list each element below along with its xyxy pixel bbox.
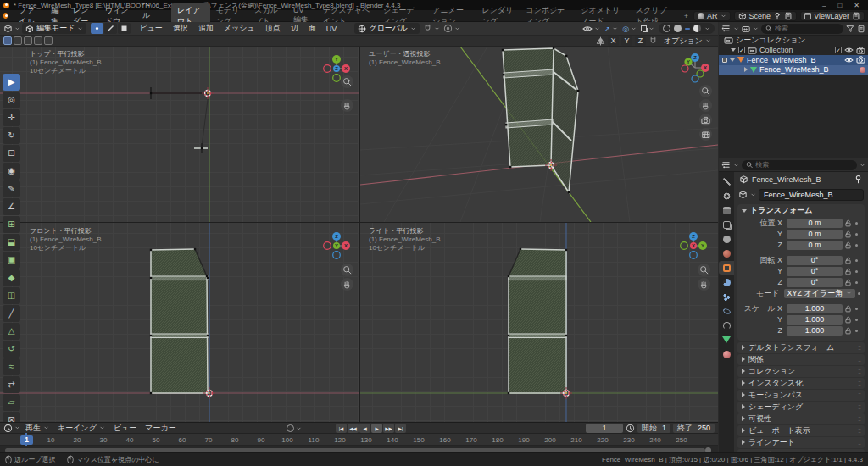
pan-button[interactable] [698,278,710,291]
add-workspace-button[interactable]: + [679,12,693,20]
pan-button[interactable] [341,278,353,291]
tab-tool[interactable] [719,175,734,188]
viewport-menu[interactable]: 追加 [194,23,218,34]
value-field[interactable]: 1.000 [787,326,843,336]
collapsed-panel[interactable]: 可視性 :: [737,413,865,424]
select-invert-mode-button[interactable] [34,36,42,45]
playback-menu[interactable]: 再生 [22,423,53,434]
keying-menu[interactable]: キーイング [54,423,108,434]
viewport-menu[interactable]: 辺 [287,23,303,34]
transform-panel-header[interactable]: トランスフォーム [737,204,865,217]
tab-view-layer[interactable] [719,218,734,231]
value-field[interactable]: 0 m [787,219,843,228]
value-field[interactable]: 1.000 [787,315,843,325]
render-camera-icon[interactable] [856,56,865,64]
tool-smooth[interactable]: ≈ [3,358,20,375]
animate-dot[interactable] [858,292,860,295]
scene-selector[interactable]: Scene [734,11,798,21]
tab-modifiers[interactable] [719,275,734,289]
tab-object[interactable] [719,261,734,275]
viewport-menu[interactable]: 頂点 [261,23,285,34]
collapsed-panel[interactable]: シェーディング :: [737,402,865,413]
playback-button[interactable]: ◀ [359,424,370,433]
tab-particles[interactable] [719,290,734,303]
current-frame-field[interactable]: 1 [586,424,623,433]
value-field[interactable]: 0° [787,278,843,287]
properties-editor-icon[interactable] [721,160,731,169]
timeline-ruler[interactable]: 1102030405060708090100110120130140150160… [0,434,718,446]
animate-dot[interactable] [855,222,858,225]
tool-annotate[interactable]: ✎ [3,180,20,197]
mesh-right-wireframe[interactable] [508,248,567,394]
animate-dot[interactable] [855,244,858,247]
outliner-search[interactable] [761,24,843,34]
lock-button[interactable] [843,241,853,249]
editor-type-selector[interactable] [3,24,20,33]
viewport-top[interactable]: トップ・平行投影 (1) Fence_WireMesh_B 10センチメートル … [0,47,359,222]
collapsed-panel[interactable]: インスタンス化 :: [737,378,865,389]
tab-render[interactable] [719,189,734,202]
tool-inset-faces[interactable]: ▣ [3,252,20,269]
collapsed-panel[interactable]: ラインアート :: [737,437,865,448]
solid-shading-button[interactable] [674,25,682,32]
view-menu[interactable]: ビュー [110,423,140,434]
collection-checkbox[interactable]: ✓ [738,47,745,53]
mirror-y-button[interactable]: Y [621,36,632,46]
outliner-row-scene-collection[interactable]: シーンコレクション [719,36,868,46]
viewport-menu[interactable]: メッシュ [220,23,259,34]
mode-selector[interactable]: 編集モード [22,23,86,34]
animate-dot[interactable] [855,259,858,262]
blender-menu-icon[interactable] [3,13,8,19]
auto-keying-toggle[interactable] [287,424,302,432]
tool-transform[interactable]: ◉ [3,163,20,180]
properties-search[interactable] [742,160,857,170]
pin-icon[interactable] [773,12,782,20]
transform-orientation-selector[interactable]: グローバル [354,23,420,34]
expand-icon[interactable] [730,58,735,62]
outliner-editor-icon[interactable] [721,24,731,33]
show-gizmos-dropdown[interactable]: ↗ [604,25,619,33]
select-intersect-mode-button[interactable] [44,36,53,45]
material-preview-button[interactable] [685,28,690,30]
properties-search-input[interactable] [755,161,853,169]
tool-rip-region[interactable]: ⊠ [3,412,20,422]
tool-shear[interactable]: ▱ [3,394,20,411]
hide-eye-icon[interactable] [844,57,854,64]
zoom-button[interactable] [698,264,710,276]
tab-world[interactable] [719,247,734,260]
collapsed-panel[interactable]: コレクション :: [737,366,865,377]
tool-cursor[interactable]: ◎ [3,92,20,108]
perspective-toggle-button[interactable] [699,128,712,141]
viewport-front-canvas[interactable] [0,223,359,422]
tool-rotate[interactable]: ↻ [3,127,20,144]
lock-button[interactable] [843,327,853,335]
display-mode-icon[interactable] [742,25,750,33]
viewport-menu[interactable]: ビュー [135,23,166,34]
playback-button[interactable]: |◀ [336,424,347,433]
collapsed-panel[interactable]: 関係 :: [737,354,865,365]
animate-dot[interactable] [855,330,858,332]
options-dropdown[interactable]: オプション [664,36,711,47]
viewport-front[interactable]: フロント・平行投影 (1) Fence_WireMesh_B 10センチメートル… [0,223,359,422]
tool-scale[interactable]: ⊡ [3,145,20,162]
value-field[interactable]: 0° [787,267,843,276]
timeline-editor-icon[interactable] [3,424,13,433]
tool-move[interactable]: ✛ [3,109,20,126]
tab-scene[interactable] [719,232,734,246]
edit-mode-indicator-icon[interactable] [722,58,727,63]
viewport-right[interactable]: ライト・平行投影 (1) Fence_WireMesh_B 10センチメートル … [360,223,718,422]
collection-exclude-checkbox[interactable]: ✓ [835,47,842,53]
animate-dot[interactable] [855,233,858,236]
animate-dot[interactable] [855,270,858,273]
tool-poly-build[interactable]: △ [3,323,20,340]
navigation-gizmo[interactable]: Z X Y [320,230,353,262]
new-scene-icon[interactable] [784,12,793,20]
pan-button[interactable] [699,99,712,112]
tool-measure[interactable]: ∠ [3,198,20,215]
snap-settings-icon[interactable] [648,36,658,46]
tab-constraints[interactable] [719,319,734,332]
pin-icon[interactable] [854,175,863,184]
playback-button[interactable]: ▶▶ [383,424,394,433]
proportional-editing-toggle[interactable] [443,24,460,33]
tool-extrude-region[interactable]: ⬓ [3,234,20,251]
